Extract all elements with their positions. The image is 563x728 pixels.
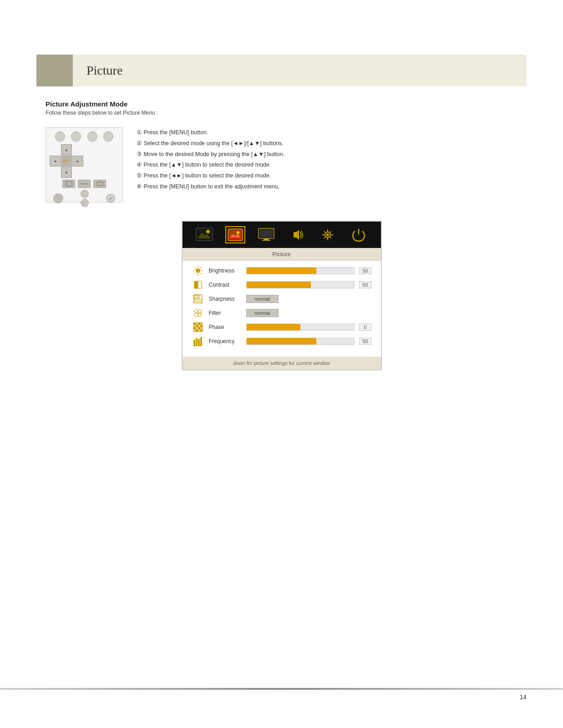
menu-button (55, 131, 65, 142)
phase-bar (246, 324, 355, 331)
auto-button: AUTO (78, 180, 91, 188)
instructions-row: ▲ ◄ SET ► ▼ AUTO (46, 127, 517, 202)
step-4: Press the [▲▼] button to select the desi… (137, 160, 284, 171)
phase-icon (192, 322, 204, 333)
sharpness-label: Sharpness (209, 296, 242, 302)
osd-icon-audio (287, 226, 307, 243)
svg-rect-65 (198, 339, 200, 346)
svg-rect-12 (260, 230, 273, 237)
up-button2 (81, 190, 89, 198)
brightness-bar (246, 267, 355, 274)
svg-line-32 (200, 273, 201, 274)
svg-rect-63 (193, 340, 195, 346)
thumbs-button (71, 131, 81, 142)
nav-cross: ▲ ◄ SET ► ▼ (50, 144, 119, 178)
header-title-area: Picture (73, 55, 527, 86)
page-number: 14 (519, 693, 527, 701)
svg-rect-64 (196, 338, 198, 346)
remote-top-buttons (50, 131, 119, 142)
svg-rect-49 (198, 323, 200, 325)
osd-row-contrast: Contrast 50 (192, 279, 372, 290)
osd-icon-monitor (256, 226, 276, 243)
header-accent-square (36, 55, 73, 86)
phase-value: 0 (359, 324, 372, 331)
osd-row-sharpness: Sharpness normal (192, 293, 372, 304)
svg-rect-14 (262, 240, 270, 241)
page-header: Picture (36, 55, 527, 86)
svg-rect-62 (200, 329, 203, 332)
filter-icon (192, 308, 204, 318)
step-1: Press the [MENU] button. (137, 127, 284, 138)
filter-normal: normal (246, 309, 279, 317)
brightness-bar-fill (247, 268, 316, 274)
osd-box: Picture (182, 221, 382, 370)
footer-line (0, 688, 563, 690)
svg-line-25 (324, 237, 326, 239)
svg-point-44 (194, 313, 198, 317)
step-6: Press the [MENU] button to exit the adju… (137, 182, 284, 192)
nav-down: ▼ (61, 167, 72, 178)
contrast-bar-fill (247, 282, 311, 288)
frequency-icon (192, 336, 204, 347)
svg-line-22 (324, 231, 326, 233)
page-footer: 14 (0, 688, 563, 701)
phase-label: Phase (209, 324, 242, 330)
svg-line-34 (194, 273, 195, 274)
page-title: Picture (86, 63, 122, 78)
osd-icon-power (349, 226, 369, 243)
osd-icon-picture-active (225, 226, 245, 243)
svg-rect-59 (193, 329, 196, 332)
svg-rect-52 (196, 325, 198, 327)
filter-label: Filter (209, 310, 242, 316)
svg-rect-53 (198, 325, 200, 327)
contrast-value: 50 (359, 281, 372, 288)
frequency-label: Frequency (209, 338, 242, 344)
contrast-icon (192, 279, 204, 290)
svg-rect-47 (193, 323, 196, 325)
svg-rect-48 (196, 323, 198, 325)
osd-row-phase: Phase 0 (192, 322, 372, 333)
svg-line-33 (200, 268, 201, 268)
contrast-label: Contrast (209, 282, 242, 288)
content-area: Picture Adjustment Mode Follow these ste… (46, 100, 517, 370)
svg-rect-61 (198, 329, 200, 332)
phase-bar-fill (247, 324, 300, 330)
osd-icon-landscape (194, 226, 214, 243)
svg-rect-50 (200, 323, 203, 325)
down-button2 (81, 199, 89, 207)
step-5: Press the [◄►] button to select the desi… (137, 171, 284, 182)
contrast-bar (246, 281, 355, 288)
osd-row-filter: Filter normal (192, 308, 372, 318)
osd-icon-settings (318, 226, 338, 243)
brightness-label: Brightness (209, 268, 242, 274)
osd-title-bar: Picture (183, 248, 381, 261)
section-subtitle: Follow these steps below to set Picture … (46, 110, 517, 116)
svg-rect-57 (198, 327, 200, 329)
frequency-bar-fill (247, 338, 316, 344)
svg-rect-4 (196, 228, 213, 241)
nav-left: ◄ (50, 156, 61, 167)
remote-diagram: ▲ ◄ SET ► ▼ AUTO (46, 127, 123, 202)
svg-point-45 (198, 313, 202, 317)
svg-point-42 (194, 309, 198, 313)
vol-button: + (106, 194, 115, 203)
svg-rect-60 (196, 329, 198, 332)
steps-list: Press the [MENU] button. Select the desi… (137, 127, 284, 192)
svg-line-23 (330, 237, 331, 239)
svg-rect-51 (193, 325, 196, 327)
frequency-bar (246, 338, 355, 345)
remote-mid-buttons: AUTO (50, 180, 119, 188)
svg-line-24 (330, 231, 331, 233)
svg-point-10 (237, 231, 239, 234)
nav-center: SET (61, 156, 72, 167)
svg-rect-13 (264, 238, 269, 240)
svg-marker-36 (194, 281, 198, 288)
input-button (62, 180, 75, 188)
osd-bottom-text: down for picture settings for current wi… (183, 357, 381, 369)
section-title: Picture Adjustment Mode (46, 100, 517, 108)
svg-rect-58 (200, 327, 203, 329)
nav-up: ▲ (61, 144, 72, 155)
remote-bottom-buttons: + (50, 190, 119, 207)
sharpness-normal: normal (246, 295, 279, 303)
power-button (53, 193, 63, 203)
